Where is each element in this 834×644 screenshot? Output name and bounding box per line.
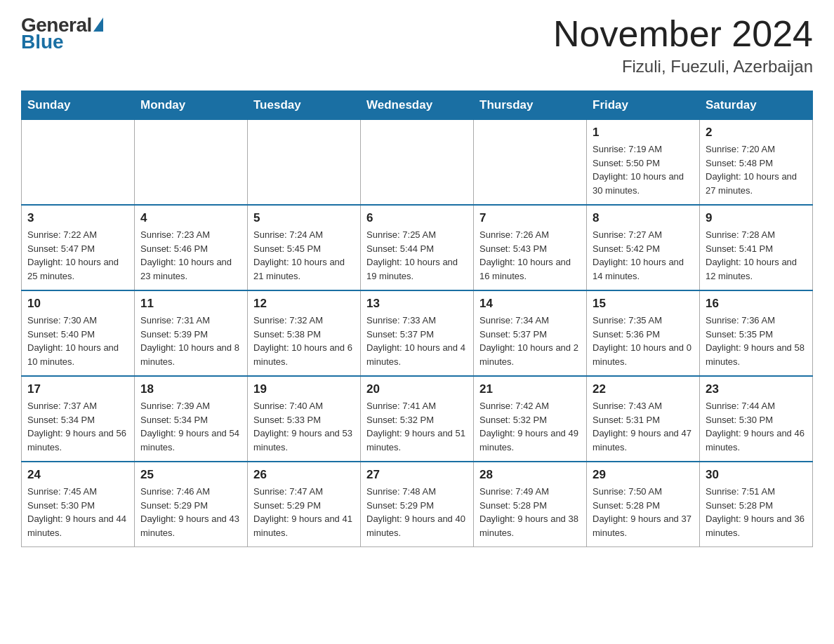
title-area: November 2024 Fizuli, Fuezuli, Azerbaija… (553, 14, 813, 76)
day-info: Sunrise: 7:51 AMSunset: 5:28 PMDaylight:… (706, 485, 807, 539)
day-number: 18 (140, 382, 241, 396)
day-info: Sunrise: 7:42 AMSunset: 5:32 PMDaylight:… (479, 399, 581, 454)
day-info: Sunrise: 7:27 AMSunset: 5:42 PMDaylight:… (593, 228, 694, 283)
calendar-cell: 20Sunrise: 7:41 AMSunset: 5:32 PMDayligh… (361, 376, 474, 462)
logo-triangle-icon (93, 18, 103, 32)
day-number: 17 (27, 382, 128, 396)
day-info: Sunrise: 7:45 AMSunset: 5:30 PMDaylight:… (27, 485, 128, 539)
day-info: Sunrise: 7:20 AMSunset: 5:48 PMDaylight:… (706, 142, 807, 197)
calendar-cell: 12Sunrise: 7:32 AMSunset: 5:38 PMDayligh… (248, 290, 361, 376)
day-number: 30 (706, 468, 807, 482)
day-number: 10 (27, 297, 128, 311)
day-number: 28 (479, 468, 581, 482)
calendar-cell (474, 120, 587, 206)
week-row-2: 3Sunrise: 7:22 AMSunset: 5:47 PMDaylight… (22, 205, 813, 290)
day-number: 5 (253, 211, 355, 225)
day-info: Sunrise: 7:33 AMSunset: 5:37 PMDaylight:… (366, 314, 468, 368)
day-number: 25 (140, 468, 241, 482)
day-info: Sunrise: 7:50 AMSunset: 5:28 PMDaylight:… (593, 485, 694, 539)
day-number: 13 (366, 297, 468, 311)
calendar-table: SundayMondayTuesdayWednesdayThursdayFrid… (21, 90, 813, 547)
day-number: 24 (27, 468, 128, 482)
day-number: 26 (253, 468, 355, 482)
week-row-5: 24Sunrise: 7:45 AMSunset: 5:30 PMDayligh… (22, 462, 813, 547)
day-info: Sunrise: 7:25 AMSunset: 5:44 PMDaylight:… (366, 228, 468, 283)
calendar-cell: 17Sunrise: 7:37 AMSunset: 5:34 PMDayligh… (22, 376, 135, 462)
calendar-cell: 29Sunrise: 7:50 AMSunset: 5:28 PMDayligh… (587, 462, 700, 547)
calendar-cell: 6Sunrise: 7:25 AMSunset: 5:44 PMDaylight… (361, 205, 474, 290)
day-number: 9 (706, 211, 807, 225)
day-number: 19 (253, 382, 355, 396)
calendar-cell: 25Sunrise: 7:46 AMSunset: 5:29 PMDayligh… (135, 462, 248, 547)
day-number: 27 (366, 468, 468, 482)
calendar-cell: 19Sunrise: 7:40 AMSunset: 5:33 PMDayligh… (248, 376, 361, 462)
day-info: Sunrise: 7:40 AMSunset: 5:33 PMDaylight:… (253, 399, 355, 454)
calendar-cell (248, 120, 361, 206)
weekday-header-monday: Monday (135, 91, 248, 120)
day-number: 1 (593, 126, 694, 140)
day-number: 7 (479, 211, 581, 225)
page-header: General Blue November 2024 Fizuli, Fuezu… (21, 14, 813, 76)
day-info: Sunrise: 7:22 AMSunset: 5:47 PMDaylight:… (27, 228, 128, 283)
location-title: Fizuli, Fuezuli, Azerbaijan (553, 57, 813, 76)
day-number: 3 (27, 211, 128, 225)
day-number: 8 (593, 211, 694, 225)
day-info: Sunrise: 7:24 AMSunset: 5:45 PMDaylight:… (253, 228, 355, 283)
day-info: Sunrise: 7:26 AMSunset: 5:43 PMDaylight:… (479, 228, 581, 283)
day-info: Sunrise: 7:39 AMSunset: 5:34 PMDaylight:… (140, 399, 241, 454)
calendar-cell: 3Sunrise: 7:22 AMSunset: 5:47 PMDaylight… (22, 205, 135, 290)
calendar-cell: 14Sunrise: 7:34 AMSunset: 5:37 PMDayligh… (474, 290, 587, 376)
calendar-cell: 21Sunrise: 7:42 AMSunset: 5:32 PMDayligh… (474, 376, 587, 462)
day-number: 29 (593, 468, 694, 482)
calendar-cell: 24Sunrise: 7:45 AMSunset: 5:30 PMDayligh… (22, 462, 135, 547)
weekday-header-thursday: Thursday (474, 91, 587, 120)
day-info: Sunrise: 7:48 AMSunset: 5:29 PMDaylight:… (366, 485, 468, 539)
day-number: 14 (479, 297, 581, 311)
day-number: 6 (366, 211, 468, 225)
calendar-cell: 15Sunrise: 7:35 AMSunset: 5:36 PMDayligh… (587, 290, 700, 376)
calendar-cell: 22Sunrise: 7:43 AMSunset: 5:31 PMDayligh… (587, 376, 700, 462)
month-title: November 2024 (553, 14, 813, 54)
day-number: 20 (366, 382, 468, 396)
calendar-cell: 27Sunrise: 7:48 AMSunset: 5:29 PMDayligh… (361, 462, 474, 547)
weekday-header-wednesday: Wednesday (361, 91, 474, 120)
calendar-cell: 13Sunrise: 7:33 AMSunset: 5:37 PMDayligh… (361, 290, 474, 376)
week-row-1: 1Sunrise: 7:19 AMSunset: 5:50 PMDaylight… (22, 120, 813, 206)
calendar-cell (361, 120, 474, 206)
calendar-cell: 7Sunrise: 7:26 AMSunset: 5:43 PMDaylight… (474, 205, 587, 290)
calendar-cell: 1Sunrise: 7:19 AMSunset: 5:50 PMDaylight… (587, 120, 700, 206)
day-number: 22 (593, 382, 694, 396)
weekday-header-row: SundayMondayTuesdayWednesdayThursdayFrid… (22, 91, 813, 120)
logo: General Blue (21, 14, 103, 53)
day-info: Sunrise: 7:34 AMSunset: 5:37 PMDaylight:… (479, 314, 581, 368)
calendar-cell: 8Sunrise: 7:27 AMSunset: 5:42 PMDaylight… (587, 205, 700, 290)
day-number: 2 (706, 126, 807, 140)
day-number: 23 (706, 382, 807, 396)
day-number: 4 (140, 211, 241, 225)
calendar-cell: 16Sunrise: 7:36 AMSunset: 5:35 PMDayligh… (700, 290, 813, 376)
weekday-header-tuesday: Tuesday (248, 91, 361, 120)
calendar-cell: 23Sunrise: 7:44 AMSunset: 5:30 PMDayligh… (700, 376, 813, 462)
calendar-cell: 26Sunrise: 7:47 AMSunset: 5:29 PMDayligh… (248, 462, 361, 547)
weekday-header-saturday: Saturday (700, 91, 813, 120)
calendar-cell: 9Sunrise: 7:28 AMSunset: 5:41 PMDaylight… (700, 205, 813, 290)
weekday-header-friday: Friday (587, 91, 700, 120)
calendar-cell: 4Sunrise: 7:23 AMSunset: 5:46 PMDaylight… (135, 205, 248, 290)
day-info: Sunrise: 7:47 AMSunset: 5:29 PMDaylight:… (253, 485, 355, 539)
calendar-cell (22, 120, 135, 206)
day-number: 15 (593, 297, 694, 311)
day-info: Sunrise: 7:31 AMSunset: 5:39 PMDaylight:… (140, 314, 241, 368)
week-row-3: 10Sunrise: 7:30 AMSunset: 5:40 PMDayligh… (22, 290, 813, 376)
day-info: Sunrise: 7:44 AMSunset: 5:30 PMDaylight:… (706, 399, 807, 454)
day-info: Sunrise: 7:46 AMSunset: 5:29 PMDaylight:… (140, 485, 241, 539)
day-info: Sunrise: 7:30 AMSunset: 5:40 PMDaylight:… (27, 314, 128, 368)
day-number: 21 (479, 382, 581, 396)
calendar-cell: 28Sunrise: 7:49 AMSunset: 5:28 PMDayligh… (474, 462, 587, 547)
day-info: Sunrise: 7:37 AMSunset: 5:34 PMDaylight:… (27, 399, 128, 454)
calendar-cell: 30Sunrise: 7:51 AMSunset: 5:28 PMDayligh… (700, 462, 813, 547)
day-number: 12 (253, 297, 355, 311)
day-info: Sunrise: 7:36 AMSunset: 5:35 PMDaylight:… (706, 314, 807, 368)
day-info: Sunrise: 7:19 AMSunset: 5:50 PMDaylight:… (593, 142, 694, 197)
day-info: Sunrise: 7:41 AMSunset: 5:32 PMDaylight:… (366, 399, 468, 454)
day-info: Sunrise: 7:32 AMSunset: 5:38 PMDaylight:… (253, 314, 355, 368)
